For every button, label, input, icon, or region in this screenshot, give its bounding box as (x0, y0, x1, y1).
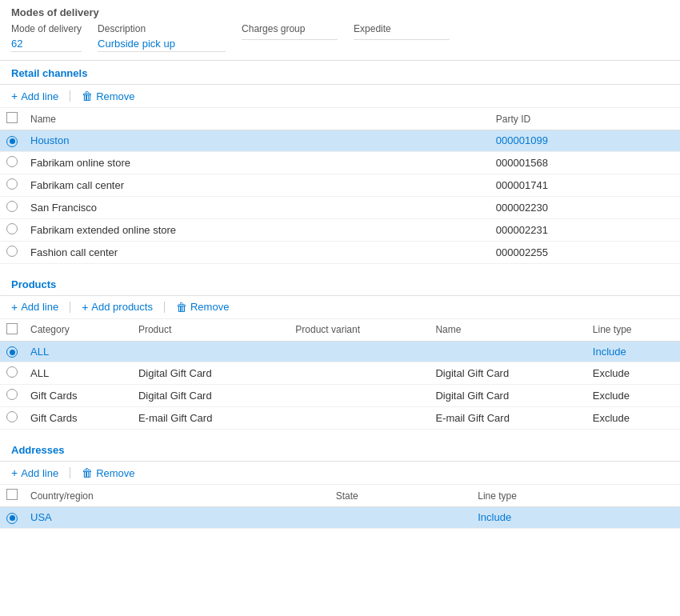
row-radio[interactable] (6, 246, 18, 257)
products-remove-button[interactable]: 🗑 Remove (176, 301, 229, 314)
row-radio-cell (0, 151, 24, 174)
expedite-value[interactable] (354, 36, 450, 40)
row-linetype: Exclude (586, 362, 680, 385)
modes-of-delivery-section: Modes of delivery Mode of delivery 62 De… (0, 0, 680, 61)
toolbar-separator-3 (164, 302, 165, 313)
description-label: Description (98, 23, 226, 34)
row-radio[interactable] (6, 346, 18, 358)
row-state (330, 507, 471, 529)
retail-channels-toolbar: + Add line 🗑 Remove (0, 85, 680, 108)
col-party-id-header: Party ID (490, 108, 680, 130)
addresses-remove-button[interactable]: 🗑 Remove (82, 466, 134, 479)
row-radio-cell (0, 241, 24, 263)
row-variant (289, 362, 429, 385)
products-title: Products (0, 272, 680, 296)
addresses-toolbar: + Add line 🗑 Remove (0, 462, 680, 485)
row-name: Fabrikam call center (24, 174, 490, 196)
row-name (429, 341, 586, 362)
remove-label-addresses: Remove (96, 467, 134, 479)
trash-icon: 🗑 (82, 90, 93, 102)
products-section: Products + Add line + Add products 🗑 Rem… (0, 272, 680, 430)
description-value[interactable]: Curbside pick up (98, 36, 226, 52)
plus-icon-add-products: + (82, 301, 88, 314)
addresses-select-all-checkbox[interactable] (6, 489, 18, 500)
products-col-select-header (0, 319, 24, 342)
row-radio[interactable] (6, 156, 18, 167)
plus-icon: + (11, 90, 18, 102)
row-category: ALL (24, 362, 132, 385)
mode-of-delivery-label: Mode of delivery (11, 23, 82, 34)
toolbar-separator-2 (70, 302, 70, 313)
row-radio[interactable] (6, 513, 18, 524)
table-row[interactable]: Fabrikam online store 000001568 (0, 151, 680, 174)
row-radio[interactable] (6, 201, 18, 212)
table-row[interactable]: Fashion call center 000002255 (0, 241, 680, 263)
row-radio-cell (0, 507, 24, 529)
row-linetype: Exclude (586, 407, 680, 430)
plus-icon-products: + (11, 301, 18, 314)
row-variant (289, 385, 429, 407)
products-col-variant: Product variant (289, 319, 429, 342)
row-variant (289, 407, 429, 430)
row-name: Digital Gift Card (429, 385, 586, 407)
table-row[interactable]: USA Include (0, 507, 680, 529)
expedite-field: Expedite (354, 23, 450, 40)
row-linetype: Include (471, 507, 680, 529)
row-category: ALL (24, 341, 132, 362)
products-col-name: Name (429, 319, 586, 342)
row-radio-cell (0, 130, 24, 152)
table-row[interactable]: Houston 000001099 (0, 130, 680, 152)
table-row[interactable]: San Francisco 000002230 (0, 196, 680, 218)
modes-of-delivery-fields: Mode of delivery 62 Description Curbside… (11, 23, 669, 52)
table-row[interactable]: ALL Digital Gift Card Digital Gift Card … (0, 362, 680, 385)
charges-group-label: Charges group (242, 23, 338, 34)
table-row[interactable]: Gift Cards E-mail Gift Card E-mail Gift … (0, 407, 680, 430)
row-country: USA (24, 507, 330, 529)
row-name: Fabrikam online store (24, 151, 490, 174)
products-col-linetype: Line type (586, 319, 680, 342)
retail-channels-add-line-button[interactable]: + Add line (11, 90, 58, 102)
row-product: Digital Gift Card (132, 362, 289, 385)
retail-channels-section: Retail channels + Add line 🗑 Remove Name… (0, 61, 680, 264)
row-radio[interactable] (6, 136, 18, 147)
add-line-label: Add line (21, 90, 58, 102)
row-name: Digital Gift Card (429, 362, 586, 385)
row-radio[interactable] (6, 178, 18, 190)
remove-label: Remove (96, 90, 134, 102)
row-name: San Francisco (24, 196, 490, 218)
table-row[interactable]: Gift Cards Digital Gift Card Digital Gif… (0, 385, 680, 407)
addresses-col-country: Country/region (24, 485, 330, 507)
addresses-col-state: State (330, 485, 471, 507)
description-field: Description Curbside pick up (98, 23, 226, 52)
products-select-all-checkbox[interactable] (6, 323, 18, 334)
add-products-label: Add products (91, 301, 153, 313)
products-add-products-button[interactable]: + Add products (82, 301, 153, 314)
addresses-add-line-button[interactable]: + Add line (11, 466, 58, 479)
products-col-product: Product (132, 319, 289, 342)
row-name: Fabrikam extended online store (24, 218, 490, 241)
expedite-label: Expedite (354, 23, 450, 34)
charges-group-value[interactable] (242, 36, 338, 40)
products-add-line-button[interactable]: + Add line (11, 301, 58, 314)
row-radio[interactable] (6, 366, 18, 378)
mode-of-delivery-value[interactable]: 62 (11, 36, 82, 52)
table-row[interactable]: Fabrikam extended online store 000002231 (0, 218, 680, 241)
addresses-col-select-header (0, 485, 24, 507)
row-linetype: Include (586, 341, 680, 362)
row-radio-cell (0, 385, 24, 407)
row-radio[interactable] (6, 411, 18, 422)
row-radio[interactable] (6, 389, 18, 400)
addresses-col-linetype: Line type (471, 485, 680, 507)
addresses-table: Country/region State Line type USA Inclu… (0, 485, 680, 529)
row-radio[interactable] (6, 223, 18, 234)
products-toolbar: + Add line + Add products 🗑 Remove (0, 296, 680, 319)
row-linetype: Exclude (586, 385, 680, 407)
select-all-checkbox[interactable] (6, 112, 18, 123)
table-row[interactable]: Fabrikam call center 000001741 (0, 174, 680, 196)
retail-channels-remove-button[interactable]: 🗑 Remove (82, 90, 134, 102)
row-party-id: 000001099 (490, 130, 680, 152)
table-row[interactable]: ALL Include (0, 341, 680, 362)
row-name: Fashion call center (24, 241, 490, 263)
addresses-title: Addresses (0, 438, 680, 462)
toolbar-separator (70, 90, 70, 102)
